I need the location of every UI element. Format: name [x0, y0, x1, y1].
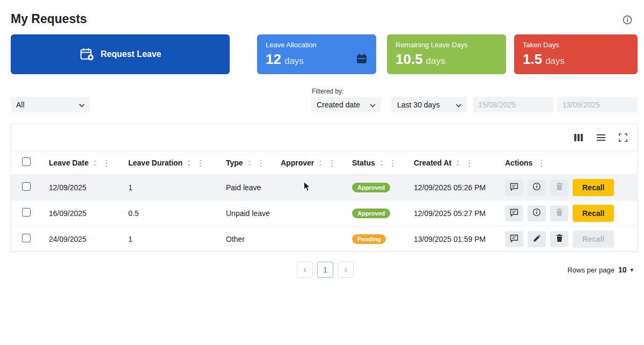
comment-icon — [510, 234, 518, 244]
sort-icon[interactable] — [455, 160, 460, 167]
row-checkbox[interactable] — [22, 208, 31, 217]
columns-icon[interactable] — [574, 133, 583, 142]
chevron-down-icon — [370, 100, 376, 109]
chevron-down-icon — [456, 100, 462, 109]
comment-button[interactable] — [505, 205, 523, 221]
sort-icon[interactable] — [186, 160, 192, 167]
recall-button[interactable]: Recall — [573, 179, 614, 196]
sort-icon[interactable] — [318, 160, 323, 167]
type-filter-select[interactable]: All — [11, 97, 90, 112]
caret-down-icon: ▾ — [630, 267, 633, 274]
next-page-button[interactable]: › — [338, 262, 354, 278]
column-header-leave-duration: Leave Duration — [128, 159, 182, 167]
cell-type: Paid leave — [226, 183, 281, 192]
rows-per-page-value: 10 — [618, 265, 627, 274]
card-label: Remaining Leave Days — [396, 41, 497, 49]
trash-icon — [555, 208, 564, 218]
status-badge: Approved — [352, 209, 390, 218]
cell-leave-date: 12/09/2025 — [49, 183, 128, 192]
select-all-checkbox[interactable] — [22, 157, 31, 166]
cell-created-at: 12/09/2025 05:26 PM — [414, 183, 505, 192]
page-number-button[interactable]: 1 — [317, 262, 333, 278]
comment-icon — [510, 183, 518, 192]
column-menu-icon[interactable]: ⋮ — [195, 159, 206, 167]
date-to-value: 13/09/2025 — [562, 100, 600, 109]
trash-icon — [555, 182, 564, 192]
rows-per-page-select[interactable]: Rows per page 10 ▾ — [567, 265, 633, 274]
comment-button[interactable] — [505, 179, 523, 196]
cell-leave-duration: 1 — [128, 183, 226, 192]
leave-allocation-card: Leave Allocation 12 days — [257, 34, 376, 74]
recall-button: Recall — [573, 231, 614, 248]
cell-leave-duration: 0.5 — [128, 209, 226, 218]
column-menu-icon[interactable]: ⋮ — [101, 159, 112, 167]
info-icon — [532, 182, 541, 192]
cell-type: Unpaid leave — [226, 209, 281, 218]
delete-button[interactable] — [550, 231, 568, 247]
calendar-plus-icon — [79, 47, 94, 62]
filtered-by-label: Filtered by: — [312, 88, 343, 95]
comment-button[interactable] — [505, 231, 523, 247]
chevron-down-icon — [79, 100, 85, 109]
prev-page-button[interactable]: ‹ — [297, 262, 313, 278]
cell-leave-date: 24/09/2025 — [49, 235, 128, 243]
card-label: Taken Days — [523, 41, 629, 49]
info-button[interactable] — [528, 205, 546, 221]
remaining-leave-card: Remaining Leave Days 10.5 days — [387, 34, 506, 74]
sort-icon[interactable] — [379, 160, 384, 167]
requests-table: Leave Date ⋮ Leave Duration ⋮ Type ⋮ App… — [11, 124, 638, 252]
column-header-status: Status — [352, 159, 375, 167]
row-checkbox[interactable] — [22, 182, 31, 191]
table-header-row: Leave Date ⋮ Leave Duration ⋮ Type ⋮ App… — [11, 152, 637, 174]
column-menu-icon[interactable]: ⋮ — [388, 159, 398, 167]
cell-leave-date: 16/09/2025 — [49, 209, 128, 218]
my-requests-page: My Requests Request Leave Leave Allocati… — [0, 0, 644, 345]
type-filter-value: All — [16, 100, 25, 109]
row-checkbox[interactable] — [22, 234, 31, 242]
delete-button — [550, 205, 568, 221]
column-menu-icon[interactable]: ⋮ — [536, 159, 546, 167]
page-title: My Requests — [11, 12, 87, 26]
card-value: 1.5 — [523, 52, 542, 66]
table-row[interactable]: 16/09/2025 0.5 Unpaid leave Approved 12/… — [11, 200, 637, 226]
filter-range-value: Last 30 days — [397, 100, 440, 109]
date-from-input[interactable]: 15/08/2025 — [473, 97, 554, 112]
fullscreen-icon[interactable] — [619, 133, 627, 142]
card-unit: days — [284, 56, 304, 67]
sort-icon[interactable] — [92, 160, 98, 167]
filter-field-select[interactable]: Created date — [311, 97, 381, 112]
edit-button[interactable] — [528, 231, 546, 247]
taken-days-card: Taken Days 1.5 days — [514, 34, 638, 74]
column-menu-icon[interactable]: ⋮ — [327, 159, 337, 167]
filter-field-value: Created date — [317, 100, 360, 109]
column-menu-icon[interactable]: ⋮ — [464, 159, 474, 167]
card-value: 10.5 — [396, 52, 423, 66]
card-unit: days — [545, 56, 565, 67]
info-button[interactable] — [528, 179, 546, 196]
table-row[interactable]: 12/09/2025 1 Paid leave Approved 12/09/2… — [11, 174, 637, 200]
column-header-created-at: Created At — [414, 159, 451, 167]
date-to-input[interactable]: 13/09/2025 — [557, 97, 638, 112]
page-info-icon[interactable] — [623, 15, 632, 25]
delete-button — [550, 179, 568, 196]
request-leave-label: Request Leave — [101, 49, 162, 59]
recall-button[interactable]: Recall — [573, 205, 614, 222]
column-header-actions: Actions — [505, 159, 532, 167]
card-unit: days — [426, 56, 445, 67]
rows-per-page-label: Rows per page — [567, 266, 614, 274]
column-menu-icon[interactable]: ⋮ — [256, 159, 266, 167]
request-leave-button[interactable]: Request Leave — [11, 34, 230, 74]
column-header-approver: Approver — [281, 159, 314, 167]
comment-icon — [510, 209, 518, 218]
calendar-icon — [356, 53, 368, 67]
cell-type: Other — [226, 235, 281, 243]
sort-icon[interactable] — [247, 160, 252, 167]
table-row[interactable]: 24/09/2025 1 Other Pending 13/09/2025 01… — [11, 226, 637, 251]
density-icon[interactable] — [596, 134, 606, 141]
info-icon — [532, 208, 541, 218]
filter-range-select[interactable]: Last 30 days — [392, 97, 467, 112]
status-badge: Approved — [352, 183, 390, 192]
pencil-icon — [533, 234, 541, 244]
column-header-leave-date: Leave Date — [49, 159, 89, 167]
card-label: Leave Allocation — [266, 41, 368, 49]
